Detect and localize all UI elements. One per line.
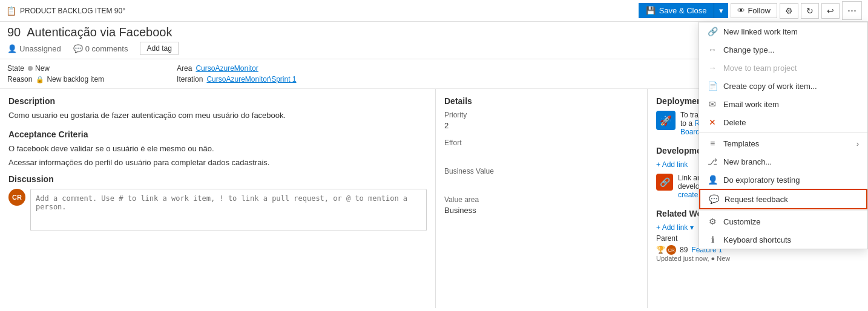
exploratory-icon: 👤 xyxy=(708,175,717,185)
state-value-field: New xyxy=(28,64,50,73)
acceptance-line2: Acessar informações do perfil do usuário… xyxy=(8,158,427,167)
state-value: New xyxy=(35,64,50,73)
follow-label: Follow xyxy=(748,6,771,15)
product-icon: 📋 xyxy=(6,6,16,16)
menu-move-team[interactable]: → Move to team project xyxy=(699,59,867,77)
menu-keyboard-shortcuts[interactable]: ℹ Keyboard shortcuts xyxy=(699,231,867,249)
discussion-section: Discussion CR xyxy=(8,174,427,231)
move-team-icon: → xyxy=(708,63,717,73)
parent-updated: Updated just now, ● New xyxy=(656,255,860,262)
area-label: Area xyxy=(177,64,192,73)
assignee-value: Unassigned xyxy=(19,44,61,53)
avatar-initials: CR xyxy=(12,194,22,201)
breadcrumb-area: 📋 PRODUCT BACKLOG ITEM 90° xyxy=(6,6,125,16)
business-value-label: Business Value xyxy=(444,167,639,175)
delete-icon: ✕ xyxy=(708,117,717,127)
area-value: CursoAzureMonitor xyxy=(196,64,258,73)
feedback-icon: 💬 xyxy=(709,194,718,204)
menu-templates[interactable]: ≡ Templates › xyxy=(699,134,867,152)
menu-create-copy[interactable]: 📄 Create copy of work item... xyxy=(699,77,867,95)
chevron-down-icon: ▾ xyxy=(719,6,723,15)
info-icon: ℹ xyxy=(708,235,717,244)
menu-change-type[interactable]: ↔ Change type... xyxy=(699,41,867,59)
description-title: Description xyxy=(8,96,427,106)
follow-icon: 👁 xyxy=(737,6,745,15)
menu-customize[interactable]: ⚙ Customize xyxy=(699,212,867,231)
comments-field: 💬 0 comments xyxy=(73,44,128,53)
comment-input[interactable] xyxy=(30,189,427,231)
menu-request-feedback-label: Request feedback xyxy=(725,195,788,204)
state-dot xyxy=(28,66,33,71)
menu-exploratory[interactable]: 👤 Do exploratory testing xyxy=(699,171,867,189)
menu-change-type-label: Change type... xyxy=(723,45,775,54)
templates-chevron-icon: › xyxy=(856,139,859,148)
work-item-id: 90 xyxy=(7,25,21,39)
state-label: State xyxy=(7,64,24,73)
refresh-button[interactable]: ↻ xyxy=(801,3,819,19)
value-area-label: Value area xyxy=(444,195,639,204)
parent-icons: 🏆 CR xyxy=(656,245,676,255)
breadcrumb-text: PRODUCT BACKLOG ITEM 90° xyxy=(20,7,125,15)
effort-value xyxy=(444,149,639,159)
value-area-field: Value area Business xyxy=(444,195,639,215)
dev-icon: 🔗 xyxy=(656,174,673,191)
reason-label: Reason xyxy=(7,75,32,83)
menu-create-copy-label: Create copy of work item... xyxy=(723,82,817,91)
menu-new-branch-label: New branch... xyxy=(723,157,772,166)
menu-move-team-label: Move to team project xyxy=(723,64,797,73)
description-text: Como usuario eu gostaria de fazer autent… xyxy=(8,111,427,120)
value-area-value: Business xyxy=(444,206,639,215)
undo-button[interactable]: ↩ xyxy=(821,3,840,19)
menu-exploratory-label: Do exploratory testing xyxy=(723,175,800,185)
add-tag-button[interactable]: Add tag xyxy=(140,42,178,55)
save-close-label: Save & Close xyxy=(659,6,707,15)
business-value-field: Business Value xyxy=(444,167,639,187)
trophy-icon: 🏆 xyxy=(656,246,665,254)
reason-value: New backlog item xyxy=(47,75,104,83)
description-section: Description Como usuario eu gostaria de … xyxy=(8,96,427,120)
add-tag-label: Add tag xyxy=(146,44,171,53)
menu-delete-label: Delete xyxy=(723,118,746,127)
top-bar: 📋 PRODUCT BACKLOG ITEM 90° 💾 Save & Clos… xyxy=(0,0,868,22)
details-title: Details xyxy=(444,96,639,106)
menu-new-branch[interactable]: ⎇ New branch... xyxy=(699,152,867,171)
customize-icon: ⚙ xyxy=(708,217,717,226)
menu-email-label: Email work item xyxy=(723,100,779,109)
effort-label: Effort xyxy=(444,139,639,147)
menu-email[interactable]: ✉ Email work item xyxy=(699,95,867,113)
more-button[interactable]: ··· xyxy=(842,1,862,20)
business-value-value xyxy=(444,177,639,187)
email-icon: ✉ xyxy=(708,99,717,109)
menu-request-feedback[interactable]: 💬 Request feedback xyxy=(699,189,867,209)
work-item-title: Autenticação via Facebook xyxy=(27,25,172,39)
menu-delete[interactable]: ✕ Delete xyxy=(699,113,867,131)
priority-field: Priority 2 xyxy=(444,111,639,130)
dropdown-menu: 🔗 New linked work item ↔ Change type... … xyxy=(699,22,868,249)
divider2 xyxy=(699,211,867,211)
settings-button[interactable]: ⚙ xyxy=(780,3,798,19)
priority-label: Priority xyxy=(444,111,639,119)
follow-button[interactable]: 👁 Follow xyxy=(731,3,777,18)
person-icon: 👤 xyxy=(7,44,17,53)
user-avatar: CR xyxy=(8,189,25,206)
menu-templates-label: Templates xyxy=(723,139,759,148)
templates-icon: ≡ xyxy=(708,139,717,148)
ellipsis-icon: ··· xyxy=(847,4,856,16)
menu-new-linked[interactable]: 🔗 New linked work item xyxy=(699,22,867,41)
save-close-button[interactable]: 💾 Save & Close xyxy=(639,3,714,18)
save-close-chevron-button[interactable]: ▾ xyxy=(714,3,728,18)
save-close-group: 💾 Save & Close ▾ xyxy=(639,3,729,18)
related-add-link-label: + Add link xyxy=(656,223,688,232)
parent-avatar: CR xyxy=(666,245,676,255)
comment-icon: 💬 xyxy=(73,44,83,53)
undo-icon: ↩ xyxy=(827,6,834,16)
iteration-value: CursoAzureMonitor\Sprint 1 xyxy=(206,75,296,83)
deployment-icon: 🚀 xyxy=(656,111,676,130)
priority-value: 2 xyxy=(444,121,639,130)
lock-icon: 🔒 xyxy=(36,76,44,83)
left-panel: Description Como usuario eu gostaria de … xyxy=(0,89,436,308)
gear-icon: ⚙ xyxy=(785,6,793,16)
area-group: Area CursoAzureMonitor Iteration CursoAz… xyxy=(177,64,296,83)
menu-new-linked-label: New linked work item xyxy=(723,27,798,36)
change-type-icon: ↔ xyxy=(708,45,717,54)
